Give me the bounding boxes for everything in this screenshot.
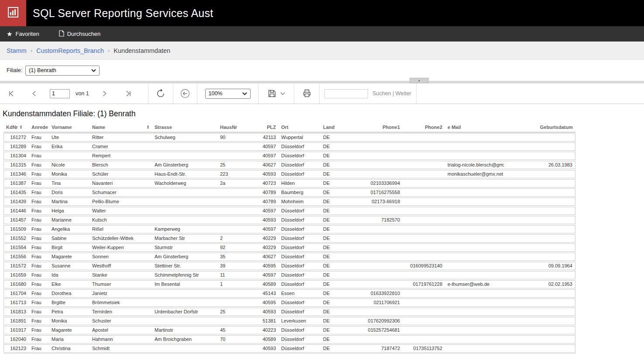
menu-item-favorites[interactable]: ★ Favoriten [2,26,44,42]
brand-tile[interactable] [0,0,26,26]
table-cell: Frau [29,335,49,344]
table-cell [504,170,575,178]
table-cell: 161554 [3,243,29,252]
table-cell: DE [320,271,352,279]
column-header-name[interactable]: Name▲▼ [90,124,152,132]
printer-button[interactable] [302,89,312,98]
table-cell: 90 [217,133,252,142]
table-cell: DE [320,225,352,233]
table-cell: 161272 [3,133,29,142]
table-cell: 161289 [3,142,29,151]
table-cell: 40597 [252,207,279,215]
refresh-group [148,83,173,104]
table-cell [217,225,252,233]
search-button[interactable]: Suchen [372,90,391,97]
column-header-plz: PLZ [252,124,279,132]
table-cell [403,170,445,178]
previous-page-button[interactable] [31,90,38,97]
table-cell: DE [320,326,352,334]
search-input[interactable] [324,89,368,98]
table-cell [352,152,403,160]
breadcrumb-home[interactable]: Stamm [7,47,27,54]
table-cell: Düsseldorf [279,170,320,178]
table-cell: Tina [49,179,90,187]
table-cell: 017620992306 [352,317,403,325]
column-header-e-mail: e Mail [445,124,504,132]
table-cell: Pellio-Blume [90,198,152,206]
table-cell: Brgitte [49,298,90,307]
table-cell [352,142,403,151]
table-cell: Elke [49,280,90,288]
table-row: 161446FrauHelgaWalter40597DüsseldorfDE [3,207,575,215]
table-cell: 39 [217,262,252,270]
table-cell: Martinstr [152,326,217,334]
table-cell: Ritter [90,133,152,142]
table-cell: Urdenbacher Dorfstr [152,308,217,316]
table-cell: DE [320,308,352,316]
table-cell: Petra [49,308,90,316]
search-group: Suchen | Weiter [320,83,417,104]
table-cell [352,243,403,252]
table-cell [352,253,403,261]
chevron-down-icon[interactable] [280,90,285,97]
sort-arrows-icon[interactable]: ▲▼ [20,125,22,129]
table-cell: Schimmelpfennig Str [152,271,217,279]
table-cell: 016099523140 [403,262,445,270]
zoom-group: 100% [197,83,258,104]
table-cell: Monika [49,170,90,178]
table-cell: 161713 [3,298,29,307]
table-cell: Brömmelsiek [90,298,152,307]
sort-arrows-icon[interactable]: ▲▼ [147,125,149,129]
table-cell [445,207,504,215]
column-label: Geburtsdatum [540,125,573,130]
table-cell: DE [320,243,352,252]
table-cell [504,133,575,142]
first-page-button[interactable] [7,89,16,98]
table-cell: Düsseldorf [279,253,320,261]
table-cell: Sturmstr [152,243,217,252]
table-cell [504,289,575,298]
favorites-label: Favoriten [15,31,39,37]
table-cell [504,298,575,307]
table-cell: 01735113752 [403,344,445,353]
table-cell: 0211706921 [352,298,403,307]
search-separator: | [393,90,394,97]
page-number-input[interactable] [50,89,70,98]
table-cell: 161813 [3,308,29,316]
zoom-select[interactable]: 100% [205,89,251,99]
column-header-kdnr[interactable]: KdNr▲▼ [3,124,29,132]
menu-item-browse[interactable]: Durchsuchen [55,26,105,42]
back-circle-button[interactable] [180,88,190,99]
table-cell: 01719761228 [403,280,445,288]
table-cell: DE [320,179,352,187]
table-cell: Im Besental [152,280,217,288]
last-page-button[interactable] [124,89,133,98]
table-cell: 1 [217,280,252,288]
table-cell: DE [320,198,352,206]
table-cell [403,289,445,298]
search-next-button[interactable]: Weiter [396,90,411,97]
table-cell: Düsseldorf [279,298,320,307]
column-header-land: Land [320,124,352,132]
save-export-button[interactable] [267,89,277,98]
table-cell [217,188,252,197]
table-cell [403,188,445,197]
table-cell: Haus-Endt-Str. [152,170,217,178]
search-links: Suchen | Weiter [372,90,411,97]
filiale-label: Filiale: [7,67,22,73]
column-label: PLZ [267,125,276,130]
table-cell: DE [320,298,352,307]
table-row: 161917FrauMagareteApostelMartinstr454022… [3,326,575,334]
breadcrumb-folder[interactable]: CustomReports_Branch [36,47,104,54]
table-cell [352,280,403,288]
table-cell: e-thumser@web.de [445,280,504,288]
filiale-select[interactable]: (1) Benrath [25,66,100,76]
next-page-button[interactable] [100,90,108,97]
collapse-parameters-button[interactable]: ▲ [410,78,429,83]
pagination-group: von 1 [0,83,148,104]
table-cell: Düsseldorf [279,308,320,316]
column-header-hausnr: HausNr [217,124,252,132]
refresh-button[interactable] [156,89,165,98]
table-cell: Ute [49,133,90,142]
back-group [173,83,197,104]
